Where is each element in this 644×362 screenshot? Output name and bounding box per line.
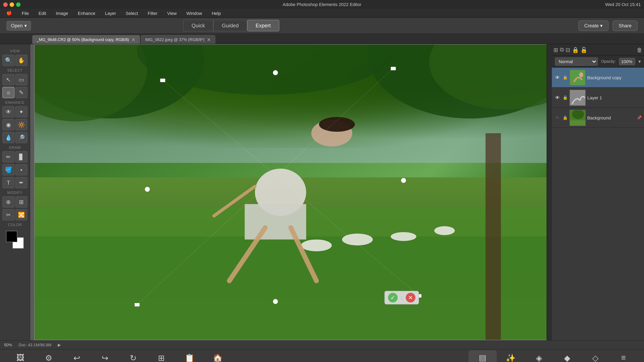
bottom-rotate[interactable]: ↻ Rotate: [119, 350, 147, 362]
eraser-tool[interactable]: ▊: [15, 151, 27, 162]
bottom-tool-options[interactable]: ⚙ Tool Options: [34, 350, 63, 362]
graphics-icon: ◇: [592, 353, 598, 362]
quick-select-tool[interactable]: ✎: [15, 87, 27, 98]
crop-tool[interactable]: ⊕: [2, 196, 14, 208]
doc-tab-2-close[interactable]: ✕: [207, 37, 211, 42]
menu-help[interactable]: Help: [210, 10, 222, 16]
foreground-color-swatch[interactable]: [6, 231, 17, 242]
menu-filter[interactable]: Filter: [146, 10, 159, 16]
zoom-tool[interactable]: 🔍: [2, 55, 14, 66]
scene-trees: [34, 45, 547, 148]
layer-icon-1[interactable]: ⊞: [554, 46, 558, 53]
tab-expert[interactable]: Expert: [247, 20, 279, 31]
brush-tool[interactable]: ✏: [2, 151, 14, 162]
menu-bar: 🍎 File Edit Image Enhance Layer Select F…: [0, 9, 644, 18]
cut-tool[interactable]: ✂: [2, 209, 14, 220]
tab-guided[interactable]: Guided: [213, 20, 247, 31]
move-tool[interactable]: ↖: [2, 74, 14, 85]
layer-lock-1[interactable]: 🔒: [562, 95, 568, 100]
opacity-input[interactable]: [619, 58, 635, 65]
doc-tab-1-close[interactable]: ✕: [132, 37, 136, 42]
doc-info: Doc: 43.1M/96.8M: [18, 343, 51, 347]
section-color-label: COLOR: [0, 221, 30, 228]
menu-window[interactable]: Window: [185, 10, 204, 16]
layer-icon-2[interactable]: ⧉: [560, 46, 564, 53]
canvas-area[interactable]: ✓ : ✕: [30, 44, 552, 340]
draw-tools-row3: T ✒: [0, 176, 30, 189]
layer-visibility-1[interactable]: 👁: [554, 94, 561, 101]
marquee-tool[interactable]: ▭: [15, 74, 27, 85]
rotate-icon: ↻: [130, 353, 137, 362]
minimize-button[interactable]: [10, 2, 14, 7]
blur-tool[interactable]: ◉: [2, 119, 14, 130]
create-button[interactable]: Create ▾: [578, 20, 608, 31]
share-button[interactable]: Share: [612, 20, 638, 31]
bottom-photo-bin[interactable]: 🖼 Photo Bin: [6, 350, 34, 362]
bottom-graphics[interactable]: ◇ Graphics: [581, 350, 610, 362]
color-section: [0, 228, 30, 252]
bottom-more[interactable]: ≡ More: [610, 350, 638, 362]
menu-enhance[interactable]: Enhance: [76, 10, 97, 16]
color-swatches[interactable]: [6, 231, 24, 249]
menu-file[interactable]: File: [20, 10, 30, 16]
bottom-organizer[interactable]: 📋 Organizer: [176, 350, 204, 362]
maximize-button[interactable]: [16, 2, 20, 7]
more-icon: ≡: [621, 353, 626, 362]
layer-icon-5[interactable]: 🔓: [580, 46, 587, 53]
layer-icon-4[interactable]: 🔒: [572, 46, 579, 53]
styles-icon: ◆: [564, 353, 570, 362]
menu-select[interactable]: Select: [124, 10, 140, 16]
menu-edit[interactable]: Edit: [37, 10, 48, 16]
lasso-tool[interactable]: ⌾: [2, 87, 14, 98]
open-button[interactable]: Open ▾: [6, 21, 31, 30]
doc-tab-2[interactable]: IMG_0822.jpeg @ 37% (RGB/8*) ✕: [141, 35, 215, 44]
scroll-arrow[interactable]: ▶: [58, 343, 61, 347]
bottom-effects[interactable]: ✨ Effects: [497, 350, 525, 362]
layer-lock-bg[interactable]: 🔒: [562, 115, 568, 120]
section-draw-label: DRAW: [0, 144, 30, 150]
doc-tab-1[interactable]: _MG_9648.CR2 @ 50% (Background copy, RGB…: [32, 35, 140, 44]
type-tool[interactable]: T: [2, 177, 14, 188]
canvas-scrollbar-vertical[interactable]: [546, 44, 552, 340]
shape-tool[interactable]: ▪: [15, 164, 27, 175]
menu-view[interactable]: View: [166, 10, 178, 16]
layer-trash[interactable]: 🗑: [637, 46, 642, 53]
transform-tool[interactable]: ⊞: [15, 196, 27, 208]
view-tools: 🔍 ✋: [0, 54, 30, 67]
dodge-tool[interactable]: 🔆: [15, 119, 27, 130]
sponge-tool[interactable]: 💧: [2, 132, 14, 143]
fill-tool[interactable]: 🪣: [2, 164, 14, 175]
layer-visibility-bg-copy[interactable]: 👁: [554, 74, 561, 81]
detail-zoom[interactable]: 🔎: [15, 132, 27, 143]
bottom-layout[interactable]: ⊞ Layout: [147, 350, 176, 362]
menu-image[interactable]: Image: [54, 10, 70, 16]
close-button[interactable]: [3, 2, 8, 7]
confirm-cancel-button[interactable]: ✕: [406, 293, 416, 303]
layer-item-bg[interactable]: 👁 🔒 Background 📌: [552, 108, 644, 128]
layer-thumb-bg: [570, 110, 586, 126]
bottom-filters[interactable]: ◈ Filters: [525, 350, 553, 362]
redeye-tool[interactable]: 👁: [2, 106, 14, 117]
opacity-label: Opacity:: [601, 59, 616, 63]
blend-mode-select[interactable]: Normal: [555, 57, 598, 65]
bottom-redo[interactable]: ↪ Redo: [91, 350, 119, 362]
tab-quick[interactable]: Quick: [183, 20, 213, 31]
layer-lock-bg-copy[interactable]: 🔒: [562, 75, 568, 80]
spot-tool[interactable]: ✦: [15, 106, 27, 117]
bottom-undo[interactable]: ↩ Undo: [63, 350, 91, 362]
menu-layer[interactable]: Layer: [103, 10, 118, 16]
layer-item-1[interactable]: 👁 🔒 Layer 1: [552, 88, 644, 108]
layer-visibility-bg[interactable]: 👁: [554, 114, 561, 121]
bottom-styles[interactable]: ◆ Styles: [553, 350, 581, 362]
apple-menu[interactable]: 🍎: [5, 10, 14, 16]
pencil-tool[interactable]: ✒: [15, 177, 27, 188]
confirm-check-button[interactable]: ✓: [388, 293, 398, 303]
layer-icon-3[interactable]: ⊟: [566, 46, 570, 53]
warp-tool[interactable]: 🔀: [15, 209, 27, 220]
bottom-home-screen[interactable]: 🏠 Home Screen: [204, 350, 232, 362]
layers-list: 👁 🔒 Background copy 👁 🔒: [552, 67, 644, 340]
layer-item-bg-copy[interactable]: 👁 🔒 Background copy: [552, 67, 644, 88]
bottom-layers[interactable]: ▤ Layers: [468, 350, 497, 362]
opacity-arrow[interactable]: ▾: [638, 58, 641, 64]
hand-tool[interactable]: ✋: [15, 55, 27, 66]
